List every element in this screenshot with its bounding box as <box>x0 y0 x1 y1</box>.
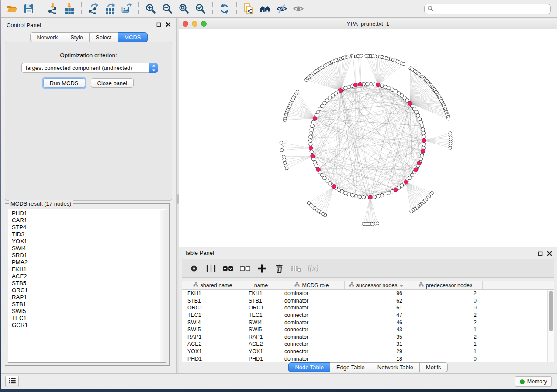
float-panel-icon[interactable] <box>156 21 162 28</box>
select-all-icon[interactable] <box>222 263 234 274</box>
table-row[interactable]: SWI5SWI5connector431 <box>182 326 547 334</box>
cell-shared-name[interactable]: ORC1 <box>182 305 243 311</box>
cell-name[interactable]: PHD1 <box>243 356 279 362</box>
cell-name[interactable]: SWI5 <box>243 327 279 333</box>
tab-node-table[interactable]: Node Table <box>288 362 330 372</box>
result-item[interactable]: SWI5 <box>8 308 166 315</box>
table-row[interactable]: FKH1FKH1dominator962 <box>182 290 547 297</box>
cell-successor-nodes[interactable]: 61 <box>345 305 408 311</box>
cell-shared-name[interactable]: FKH1 <box>182 290 243 296</box>
export-table-icon[interactable] <box>104 3 116 14</box>
import-table-icon[interactable] <box>64 3 75 14</box>
run-mcds-button[interactable]: Run MCDS <box>43 78 85 88</box>
table-scrollbar[interactable] <box>547 290 554 362</box>
first-neighbors-icon[interactable] <box>259 3 271 14</box>
splitter-handle-icon[interactable] <box>177 194 179 204</box>
column-header-name[interactable]: name <box>243 281 279 289</box>
show-hidden-icon[interactable] <box>293 3 304 14</box>
table-row[interactable]: RAP1RAP1dominator352 <box>182 334 547 341</box>
network-canvas[interactable] <box>179 29 557 247</box>
cell-successor-nodes[interactable]: 47 <box>345 312 408 318</box>
tab-network[interactable]: Network <box>30 32 64 42</box>
close-panel-button[interactable]: Close panel <box>91 78 134 88</box>
cell-mcds-role[interactable]: dominator <box>279 320 345 326</box>
zoom-fit-icon[interactable] <box>178 3 190 14</box>
cell-mcds-role[interactable]: connector <box>279 327 345 333</box>
open-file-icon[interactable] <box>7 3 18 14</box>
result-item[interactable]: PMA2 <box>8 259 166 266</box>
table-row[interactable]: ORC1ORC1dominator610 <box>182 304 547 312</box>
cell-predecessor-nodes[interactable]: 0 <box>408 305 483 311</box>
columns-icon[interactable] <box>205 263 217 274</box>
result-item[interactable]: STB1 <box>8 301 166 308</box>
cell-shared-name[interactable]: PHD1 <box>182 356 243 362</box>
cell-successor-nodes[interactable]: 62 <box>345 298 408 304</box>
tab-edge-table[interactable]: Edge Table <box>330 362 371 372</box>
result-item[interactable]: STB5 <box>8 280 166 287</box>
cell-shared-name[interactable]: RAP1 <box>182 334 243 340</box>
cell-mcds-role[interactable]: dominator <box>279 356 345 362</box>
result-item[interactable]: CAR1 <box>8 217 166 224</box>
scrollbar-thumb[interactable] <box>549 291 553 331</box>
cell-mcds-role[interactable]: connector <box>279 348 345 354</box>
column-header-successor-nodes[interactable]: successor nodes <box>345 281 408 289</box>
cell-shared-name[interactable]: ACE2 <box>182 341 243 347</box>
close-panel-icon[interactable] <box>165 21 171 28</box>
delete-row-icon[interactable] <box>273 263 285 274</box>
clone-network-icon[interactable] <box>243 3 254 14</box>
add-row-icon[interactable] <box>256 263 268 274</box>
table-float-icon[interactable] <box>537 251 543 257</box>
criterion-dropdown[interactable]: largest connected component (undirected) <box>21 63 158 73</box>
cell-predecessor-nodes[interactable]: 0 <box>408 298 483 304</box>
cell-mcds-role[interactable]: dominator <box>279 334 345 340</box>
export-image-icon[interactable] <box>121 3 132 14</box>
table-row[interactable]: PHD1PHD1dominator180 <box>182 355 547 362</box>
column-header-mcds-role[interactable]: MCDS role <box>279 281 345 289</box>
cell-mcds-role[interactable]: dominator <box>279 290 345 296</box>
deselect-all-icon[interactable] <box>239 263 251 274</box>
result-item[interactable]: GCR1 <box>8 322 166 329</box>
zoom-selected-icon[interactable] <box>195 3 206 14</box>
tab-network-table[interactable]: Network Table <box>371 362 420 372</box>
refresh-view-icon[interactable] <box>219 3 230 14</box>
cell-shared-name[interactable]: YOX1 <box>182 348 243 354</box>
cell-shared-name[interactable]: TEC1 <box>182 312 243 318</box>
table-row[interactable]: YOX1YOX1connector291 <box>182 348 547 355</box>
cell-successor-nodes[interactable]: 43 <box>345 327 408 333</box>
result-item[interactable]: YOX1 <box>8 238 166 245</box>
cell-mcds-role[interactable]: connector <box>279 341 345 347</box>
result-item[interactable]: STP4 <box>8 224 166 231</box>
table-row[interactable]: SWI4SWI4dominator462 <box>182 319 547 326</box>
cell-mcds-role[interactable]: dominator <box>279 298 345 304</box>
cell-shared-name[interactable]: STB1 <box>182 298 243 304</box>
memory-button[interactable]: Memory <box>515 376 552 387</box>
cell-name[interactable]: YOX1 <box>243 348 279 354</box>
cell-name[interactable]: SWI4 <box>243 320 279 326</box>
task-history-button[interactable] <box>5 376 19 387</box>
table-row[interactable]: TEC1TEC1connector472 <box>182 312 547 319</box>
cell-successor-nodes[interactable]: 46 <box>345 320 408 326</box>
tab-style[interactable]: Style <box>64 32 90 42</box>
table-close-icon[interactable] <box>547 251 553 257</box>
result-item[interactable]: TEC1 <box>8 315 166 322</box>
cell-successor-nodes[interactable]: 96 <box>345 290 408 296</box>
result-item[interactable]: SWI4 <box>8 245 166 252</box>
cell-name[interactable]: RAP1 <box>243 334 279 340</box>
result-item[interactable]: ORC1 <box>8 287 166 294</box>
cell-successor-nodes[interactable]: 35 <box>345 334 408 340</box>
cell-predecessor-nodes[interactable]: 1 <box>408 341 483 347</box>
cell-name[interactable]: ORC1 <box>243 305 279 311</box>
cell-shared-name[interactable]: SWI4 <box>182 320 243 326</box>
cell-name[interactable]: ACE2 <box>243 341 279 347</box>
result-item[interactable]: TID3 <box>8 231 166 238</box>
result-scrollbar[interactable] <box>160 210 166 362</box>
cell-name[interactable]: STB1 <box>243 298 279 304</box>
tab-mcds[interactable]: MCDS <box>118 32 147 42</box>
cell-successor-nodes[interactable]: 18 <box>345 356 408 362</box>
cell-predecessor-nodes[interactable]: 1 <box>408 327 483 333</box>
mcds-result-list[interactable]: PHD1CAR1STP4TID3YOX1SWI4SRD1PMA2FKH1ACE2… <box>8 209 166 363</box>
cell-predecessor-nodes[interactable]: 2 <box>408 312 483 318</box>
hide-selected-icon[interactable] <box>276 3 287 14</box>
cell-mcds-role[interactable]: connector <box>279 312 345 318</box>
save-session-icon[interactable] <box>23 3 35 14</box>
